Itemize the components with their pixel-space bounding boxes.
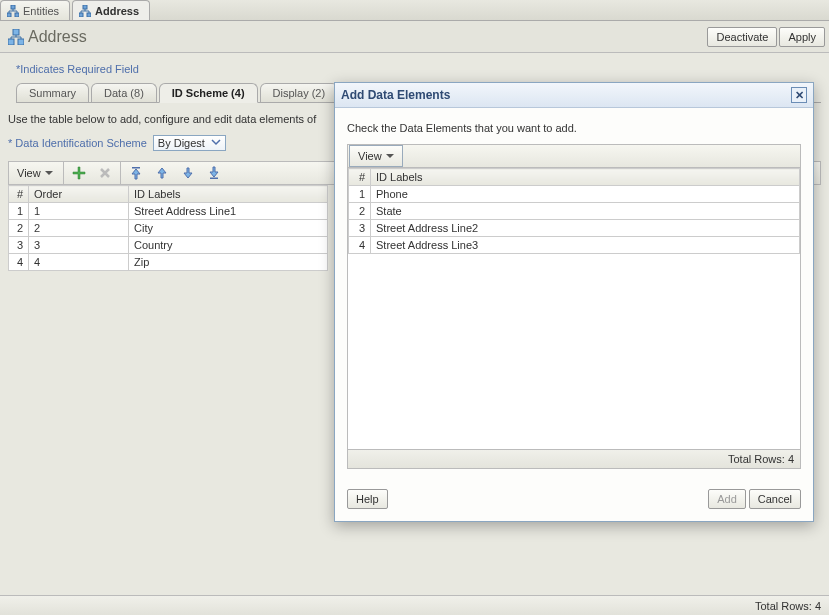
- row-order: 3: [29, 237, 129, 254]
- scheme-select[interactable]: By Digest: [153, 135, 226, 151]
- menu-chevron-icon: [386, 152, 394, 160]
- dialog-titlebar[interactable]: Add Data Elements ✕: [335, 83, 813, 108]
- dialog-help-button[interactable]: Help: [347, 489, 388, 509]
- col-num[interactable]: #: [9, 186, 29, 203]
- row-order: 2: [29, 220, 129, 237]
- row-label: Zip: [129, 254, 328, 271]
- arrow-bottom-icon: [207, 166, 221, 180]
- dialog-title-text: Add Data Elements: [341, 88, 450, 102]
- separator: [63, 162, 64, 184]
- add-data-elements-dialog: Add Data Elements ✕ Check the Data Eleme…: [334, 82, 814, 522]
- row-label: Street Address Line1: [129, 203, 328, 220]
- tab-address-label: Address: [95, 5, 139, 17]
- row-num: 3: [9, 237, 29, 254]
- dialog-col-id-labels[interactable]: ID Labels: [371, 169, 800, 186]
- dialog-row-label: State: [371, 203, 800, 220]
- dialog-cancel-button[interactable]: Cancel: [749, 489, 801, 509]
- table-row[interactable]: 1 1 Street Address Line1: [9, 203, 328, 220]
- dialog-row[interactable]: 1 Phone: [349, 186, 800, 203]
- dialog-col-num[interactable]: #: [349, 169, 371, 186]
- svg-rect-0: [11, 5, 15, 9]
- page-header: Address Deactivate Apply: [0, 21, 829, 53]
- subtab-id-scheme[interactable]: ID Scheme (4): [159, 83, 258, 103]
- hierarchy-icon: [8, 29, 24, 45]
- dialog-view-label: View: [358, 150, 382, 162]
- hierarchy-icon: [7, 5, 19, 17]
- page-title: Address: [8, 28, 87, 46]
- dialog-row-label: Street Address Line3: [371, 237, 800, 254]
- dialog-close-button[interactable]: ✕: [791, 87, 807, 103]
- svg-rect-4: [79, 13, 83, 17]
- col-order[interactable]: Order: [29, 186, 129, 203]
- dialog-row-num: 2: [349, 203, 371, 220]
- svg-rect-8: [18, 39, 24, 45]
- row-num: 2: [9, 220, 29, 237]
- dialog-row[interactable]: 2 State: [349, 203, 800, 220]
- dialog-instruction: Check the Data Elements that you want to…: [347, 122, 801, 134]
- row-num: 1: [9, 203, 29, 220]
- table-row[interactable]: 2 2 City: [9, 220, 328, 237]
- delete-button[interactable]: [92, 162, 118, 184]
- dialog-row[interactable]: 4 Street Address Line3: [349, 237, 800, 254]
- col-id-labels[interactable]: ID Labels: [129, 186, 328, 203]
- plus-icon: [72, 166, 86, 180]
- svg-rect-5: [87, 13, 91, 17]
- apply-button[interactable]: Apply: [779, 27, 825, 47]
- hierarchy-icon: [79, 5, 91, 17]
- dialog-total: Total Rows: 4: [347, 450, 801, 469]
- add-button[interactable]: [66, 162, 92, 184]
- row-order: 1: [29, 203, 129, 220]
- footer-total: Total Rows: 4: [0, 595, 829, 615]
- x-icon: [98, 166, 112, 180]
- move-down-button[interactable]: [175, 162, 201, 184]
- dialog-row-label: Phone: [371, 186, 800, 203]
- menu-chevron-icon: [45, 169, 53, 177]
- dialog-add-button[interactable]: Add: [708, 489, 746, 509]
- dialog-row-label: Street Address Line2: [371, 220, 800, 237]
- dialog-row-num: 1: [349, 186, 371, 203]
- svg-rect-6: [13, 29, 19, 35]
- arrow-top-icon: [129, 166, 143, 180]
- table-row[interactable]: 3 3 Country: [9, 237, 328, 254]
- row-num: 4: [9, 254, 29, 271]
- deactivate-button[interactable]: Deactivate: [707, 27, 777, 47]
- svg-rect-10: [210, 178, 218, 180]
- tab-entities-label: Entities: [23, 5, 59, 17]
- arrow-down-icon: [181, 166, 195, 180]
- arrow-up-icon: [155, 166, 169, 180]
- page-title-text: Address: [28, 28, 87, 46]
- dialog-toolbar: View: [347, 144, 801, 168]
- view-menu-button[interactable]: View: [9, 162, 61, 184]
- view-label: View: [17, 167, 41, 179]
- id-scheme-table: # Order ID Labels 1 1 Street Address Lin…: [8, 185, 328, 271]
- scheme-value: By Digest: [158, 137, 205, 149]
- top-tab-bar: Entities Address: [0, 0, 829, 21]
- chevron-down-icon: [211, 137, 221, 149]
- close-icon: ✕: [795, 89, 804, 102]
- scheme-label: Data Identification Scheme: [8, 137, 147, 149]
- move-up-button[interactable]: [149, 162, 175, 184]
- dialog-table: # ID Labels 1 Phone 2 State 3 St: [348, 168, 800, 254]
- footer-total-text: Total Rows: 4: [755, 600, 821, 612]
- row-label: City: [129, 220, 328, 237]
- dialog-row-num: 4: [349, 237, 371, 254]
- required-field-note: *Indicates Required Field: [16, 63, 821, 75]
- dialog-row[interactable]: 3 Street Address Line2: [349, 220, 800, 237]
- subtab-summary[interactable]: Summary: [16, 83, 89, 102]
- dialog-row-num: 3: [349, 220, 371, 237]
- svg-rect-7: [8, 39, 14, 45]
- move-bottom-button[interactable]: [201, 162, 227, 184]
- move-top-button[interactable]: [123, 162, 149, 184]
- dialog-view-button[interactable]: View: [349, 145, 403, 167]
- svg-rect-3: [83, 5, 87, 9]
- svg-rect-1: [7, 13, 11, 17]
- svg-rect-2: [15, 13, 19, 17]
- subtab-display[interactable]: Display (2): [260, 83, 339, 102]
- row-label: Country: [129, 237, 328, 254]
- table-row[interactable]: 4 4 Zip: [9, 254, 328, 271]
- separator: [120, 162, 121, 184]
- tab-entities[interactable]: Entities: [0, 0, 70, 20]
- subtab-data[interactable]: Data (8): [91, 83, 157, 102]
- row-order: 4: [29, 254, 129, 271]
- tab-address[interactable]: Address: [72, 0, 150, 20]
